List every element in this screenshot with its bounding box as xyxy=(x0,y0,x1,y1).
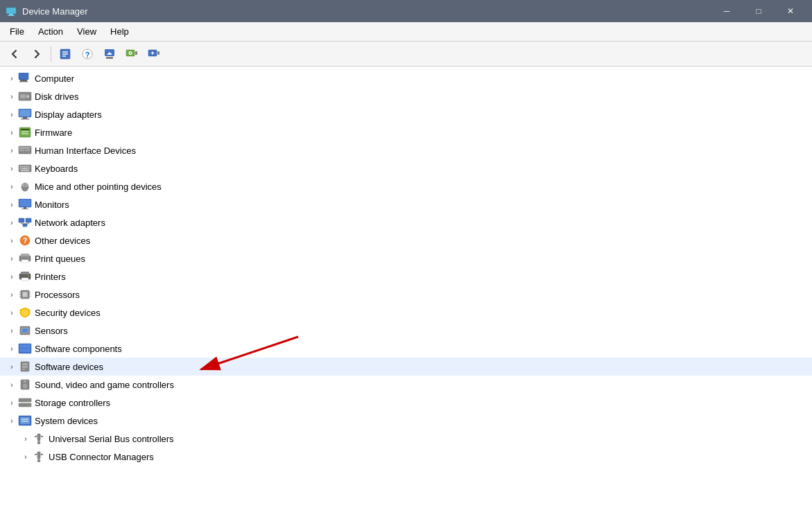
forward-button[interactable] xyxy=(26,44,47,64)
update-driver-button[interactable] xyxy=(99,44,120,64)
add-hardware-icon xyxy=(148,48,160,60)
disk-icon xyxy=(18,89,32,103)
expand-arrow-hid[interactable]: › xyxy=(6,144,18,157)
svg-rect-20 xyxy=(20,80,27,81)
maximize-button[interactable]: □ xyxy=(743,0,775,22)
svg-rect-64 xyxy=(21,254,29,256)
expand-arrow-computer[interactable]: › xyxy=(6,72,18,85)
svg-rect-72 xyxy=(23,292,27,297)
printers-icon xyxy=(18,270,32,283)
svg-rect-28 xyxy=(21,118,29,120)
svg-rect-27 xyxy=(23,117,27,118)
menu-file[interactable]: File xyxy=(3,24,31,39)
svg-rect-88 xyxy=(22,369,25,370)
firmware-label: Firmware xyxy=(35,127,72,138)
scan-button[interactable] xyxy=(121,44,142,64)
svg-rect-98 xyxy=(20,417,30,424)
expand-arrow-disk[interactable]: › xyxy=(6,90,18,103)
expand-arrow-processors[interactable]: › xyxy=(6,288,18,301)
svg-rect-38 xyxy=(20,166,21,168)
expand-arrow-display[interactable]: › xyxy=(6,108,18,121)
tree-item-printers[interactable]: › Printers xyxy=(0,267,812,285)
tree-item-network-adapters[interactable]: › Network adapters xyxy=(0,213,812,231)
add-hardware-button[interactable] xyxy=(144,44,164,64)
tree-item-print-queues[interactable]: › Print queues xyxy=(0,249,812,267)
tree-item-firmware[interactable]: › Firmware xyxy=(0,123,812,141)
expand-arrow-mice[interactable]: › xyxy=(6,180,18,193)
menu-bar: File Action View Help xyxy=(0,22,812,42)
tree-item-keyboards[interactable]: › Keyboards xyxy=(0,159,812,177)
expand-arrow-sound[interactable]: › xyxy=(6,378,18,391)
tree-item-hid[interactable]: › Human Interface Devices xyxy=(0,141,812,159)
tree-item-display-adapters[interactable]: › Display adapters xyxy=(0,105,812,123)
expand-arrow-printers[interactable]: › xyxy=(6,270,18,283)
tree-item-mice[interactable]: › Mice and other pointing devices xyxy=(0,177,812,195)
hid-icon xyxy=(18,143,32,157)
tree-item-sound[interactable]: › Sound, video and game controllers xyxy=(0,376,812,394)
monitors-icon xyxy=(18,197,32,211)
svg-rect-34 xyxy=(19,147,31,149)
main-content: › Computer › xyxy=(0,67,812,528)
tree-item-usb-connector[interactable]: › USB Connector Managers xyxy=(0,448,812,466)
software-devices-label: Software devices xyxy=(35,362,103,372)
help-icon: ? xyxy=(81,48,94,60)
close-button[interactable]: ✕ xyxy=(775,0,806,22)
expand-arrow-other[interactable]: › xyxy=(6,234,18,247)
menu-view[interactable]: View xyxy=(70,24,103,39)
system-devices-icon xyxy=(18,414,32,428)
svg-rect-107 xyxy=(37,452,40,459)
expand-arrow-security[interactable]: › xyxy=(6,306,18,319)
expand-arrow-storage[interactable]: › xyxy=(6,396,18,409)
svg-rect-36 xyxy=(25,150,30,151)
tree-item-computer[interactable]: › Computer xyxy=(0,69,812,87)
svg-point-96 xyxy=(28,405,30,406)
tree-item-system-devices[interactable]: › System devices xyxy=(0,412,812,430)
menu-help[interactable]: Help xyxy=(103,24,136,39)
expand-arrow-print-queues[interactable]: › xyxy=(6,252,18,265)
network-icon xyxy=(18,215,32,229)
device-tree[interactable]: › Computer › xyxy=(0,67,812,528)
expand-arrow-network[interactable]: › xyxy=(6,216,18,229)
toolbar-separator-1 xyxy=(51,46,51,62)
svg-point-24 xyxy=(26,95,29,98)
hid-label: Human Interface Devices xyxy=(35,146,136,156)
tree-item-usb-controllers[interactable]: › Universal Serial Bus controllers xyxy=(0,430,812,448)
storage-controllers-icon xyxy=(18,396,32,410)
minimize-button[interactable]: ─ xyxy=(711,0,743,22)
disk-drives-label: Disk drives xyxy=(35,91,79,102)
svg-point-91 xyxy=(24,385,26,387)
expand-arrow-monitors[interactable]: › xyxy=(6,198,18,211)
tree-item-monitors[interactable]: › Monitors xyxy=(0,195,812,213)
tree-item-storage-controllers[interactable]: › Storage controllers xyxy=(0,394,812,412)
svg-rect-42 xyxy=(28,166,30,168)
expand-arrow-sensors[interactable]: › xyxy=(6,324,18,337)
tree-item-other-devices[interactable]: › ? Other devices xyxy=(0,231,812,249)
expand-arrow-usb[interactable]: › xyxy=(19,432,32,445)
properties-button[interactable] xyxy=(55,44,76,64)
expand-arrow-firmware[interactable]: › xyxy=(6,126,18,139)
help-button[interactable]: ? xyxy=(77,44,98,64)
print-queues-icon xyxy=(18,252,32,265)
tree-item-disk-drives[interactable]: › Disk drives xyxy=(0,87,812,105)
mice-label: Mice and other pointing devices xyxy=(35,182,162,192)
svg-rect-12 xyxy=(135,51,137,55)
tree-item-software-components[interactable]: › Software components xyxy=(0,340,812,358)
svg-point-102 xyxy=(37,441,40,444)
usb-connector-label: USB Connector Managers xyxy=(49,452,154,462)
back-button[interactable] xyxy=(4,44,25,64)
svg-rect-56 xyxy=(23,224,27,227)
tree-item-processors[interactable]: › Processors xyxy=(0,285,812,303)
expand-arrow-usb-connector[interactable]: › xyxy=(19,450,32,463)
expand-arrow-keyboards[interactable]: › xyxy=(6,162,18,175)
svg-rect-26 xyxy=(19,109,31,116)
usb-controllers-label: Universal Serial Bus controllers xyxy=(49,434,174,444)
expand-arrow-system[interactable]: › xyxy=(6,414,18,427)
expand-arrow-sw-components[interactable]: › xyxy=(6,342,18,355)
tree-item-software-devices[interactable]: › Software devices xyxy=(0,358,812,376)
svg-rect-101 xyxy=(37,434,40,441)
printers-label: Printers xyxy=(35,272,66,282)
tree-item-security-devices[interactable]: › Security devices xyxy=(0,303,812,322)
menu-action[interactable]: Action xyxy=(31,24,70,39)
tree-item-sensors[interactable]: › Sensors xyxy=(0,322,812,340)
expand-arrow-sw-devices[interactable]: › xyxy=(6,360,18,373)
